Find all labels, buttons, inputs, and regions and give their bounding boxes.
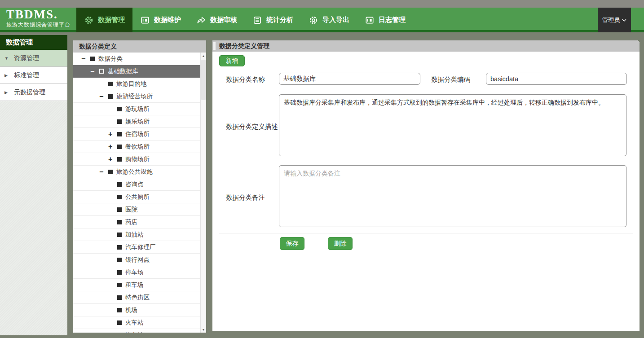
nav-item-6[interactable]: 日志管理: [357, 8, 413, 32]
tree-node-label: 汽车站: [125, 331, 144, 333]
gear-icon: [84, 15, 94, 25]
tree-node-label: 特色街区: [125, 294, 150, 302]
category-code-input[interactable]: [486, 73, 627, 85]
nav-item-label: 数据管理: [98, 16, 125, 24]
sidebar-item-label: 资源管理: [14, 54, 39, 62]
nav-item-3[interactable]: 数据审核: [189, 8, 245, 32]
tree-node-10[interactable]: −旅游公共设施: [73, 166, 200, 178]
node-square-icon: [108, 170, 113, 174]
news-icon: [140, 15, 150, 25]
tree-node-22[interactable]: 火车站: [73, 316, 200, 329]
detail-panel-header: 数据分类定义管理: [212, 40, 640, 52]
tree-node-label: 餐饮场所: [125, 143, 150, 151]
scroll-down-icon[interactable]: ▼: [201, 326, 206, 333]
tree-node-4[interactable]: −旅游经营场所: [73, 90, 200, 103]
tree-node-label: 停车场: [125, 268, 144, 277]
tree-node-19[interactable]: 租车场: [73, 279, 200, 291]
brand-title: TBDMS.: [6, 8, 71, 21]
collapse-icon[interactable]: −: [90, 68, 99, 75]
brand-subtitle: 旅游大数据综合管理平台: [6, 21, 71, 29]
save-button[interactable]: 保存: [280, 237, 304, 250]
admin-menu-button[interactable]: 管理员: [598, 8, 631, 32]
tree-node-9[interactable]: +购物场所: [73, 153, 200, 166]
nav-item-5[interactable]: 导入导出: [301, 8, 357, 32]
app-window: TBDMS. 旅游大数据综合管理平台 数据管理数据维护数据审核统计分析导入导出日…: [0, 0, 644, 338]
tree-node-20[interactable]: 特色街区: [73, 291, 200, 304]
triangle-down-icon: ▼: [4, 56, 9, 61]
add-button[interactable]: 新增: [219, 55, 245, 66]
tree-panel-header: 数据分类定义: [73, 40, 206, 53]
tree-node-12[interactable]: 公共厕所: [73, 191, 200, 203]
collapse-icon[interactable]: −: [99, 168, 108, 176]
nav-item-1[interactable]: 数据管理: [76, 8, 132, 32]
delete-button[interactable]: 删除: [328, 237, 353, 250]
tree-node-23[interactable]: 汽车站: [73, 329, 200, 333]
node-square-icon: [117, 195, 122, 199]
gear-icon: [309, 15, 318, 25]
tree-node-15[interactable]: 加油站: [73, 228, 200, 241]
tree-node-7[interactable]: +住宿场所: [73, 128, 200, 140]
nav-item-label: 统计分析: [266, 16, 293, 24]
scroll-thumb[interactable]: [201, 60, 206, 100]
expand-icon[interactable]: +: [108, 131, 117, 138]
tree-node-label: 火车站: [125, 319, 144, 327]
node-square-icon: [117, 107, 122, 111]
tree-node-label: 购物场所: [125, 155, 150, 163]
category-note-label: 数据分类备注: [226, 193, 265, 202]
tree-node-2[interactable]: −基础数据库: [73, 65, 200, 78]
tree-scrollbar[interactable]: ▲ ▼: [200, 53, 206, 333]
header-accent-bar: [213, 42, 216, 50]
category-tree: −数据分类−基础数据库旅游目的地−旅游经营场所游玩场所娱乐场所+住宿场所+餐饮场…: [73, 53, 200, 333]
tree-node-3[interactable]: 旅游目的地: [73, 78, 200, 90]
tree-node-label: 数据分类: [98, 55, 123, 63]
tree-node-label: 租车场: [125, 281, 144, 289]
sidebar-item-3[interactable]: ▶元数据管理: [0, 84, 67, 101]
expand-icon[interactable]: +: [108, 156, 117, 163]
detail-panel: 数据分类定义管理 新增 数据分类名称 数据分类编码 数据分类定义描述 基础数据库…: [212, 40, 640, 331]
tree-node-1[interactable]: −数据分类: [73, 53, 200, 65]
category-name-label: 数据分类名称: [226, 75, 265, 84]
tree-node-label: 银行网点: [125, 256, 150, 264]
tree-node-21[interactable]: 机场: [73, 304, 200, 316]
tree-node-label: 公共厕所: [125, 193, 150, 201]
tree-node-11[interactable]: 咨询点: [73, 178, 200, 191]
category-code-label: 数据分类编码: [431, 75, 470, 84]
node-square-icon: [117, 258, 122, 262]
scroll-up-icon[interactable]: ▲: [201, 53, 206, 59]
nav-item-4[interactable]: 统计分析: [245, 8, 301, 32]
tree-node-17[interactable]: 银行网点: [73, 254, 200, 266]
tree-node-6[interactable]: 娱乐场所: [73, 115, 200, 128]
category-description-textarea[interactable]: 基础数据库分采集库和发布库，通过采集方式取到的数据暂存在采集库中，经过处理后，转…: [279, 94, 626, 156]
tree-node-label: 机场: [125, 306, 137, 314]
left-sidebar: 数据管理 ▼资源管理▶标准管理▶元数据管理: [0, 35, 67, 335]
triangle-right-icon: ▶: [4, 90, 9, 95]
sidebar-item-2[interactable]: ▶标准管理: [0, 67, 67, 84]
tree-node-label: 医院: [125, 206, 137, 214]
expand-icon[interactable]: +: [108, 143, 117, 150]
tree-node-label: 加油站: [125, 231, 144, 239]
sidebar-item-1[interactable]: ▼资源管理: [0, 50, 67, 67]
tree-node-label: 汽车修理厂: [125, 243, 156, 251]
tree-node-5[interactable]: 游玩场所: [73, 103, 200, 115]
category-name-input[interactable]: [279, 73, 420, 85]
tree-node-18[interactable]: 停车场: [73, 266, 200, 279]
category-description-label: 数据分类定义描述: [226, 123, 278, 131]
tree-node-14[interactable]: 药店: [73, 216, 200, 228]
node-square-icon: [117, 182, 122, 187]
tree-node-8[interactable]: +餐饮场所: [73, 140, 200, 153]
tree-node-label: 基础数据库: [108, 67, 138, 75]
nav-item-label: 数据维护: [154, 16, 181, 24]
node-square-icon: [117, 270, 122, 275]
node-square-icon: [117, 220, 122, 224]
collapse-icon[interactable]: −: [81, 55, 90, 62]
collapse-icon[interactable]: −: [99, 93, 108, 100]
tree-node-label: 娱乐场所: [125, 118, 150, 126]
category-note-textarea[interactable]: [279, 165, 626, 227]
node-square-icon: [117, 132, 122, 136]
tree-node-16[interactable]: 汽车修理厂: [73, 241, 200, 254]
nav-item-2[interactable]: 数据维护: [132, 8, 189, 32]
category-tree-panel: 数据分类定义 −数据分类−基础数据库旅游目的地−旅游经营场所游玩场所娱乐场所+住…: [73, 40, 206, 333]
tree-node-label: 旅游目的地: [116, 80, 147, 88]
node-square-icon: [117, 145, 122, 149]
tree-node-13[interactable]: 医院: [73, 203, 200, 216]
